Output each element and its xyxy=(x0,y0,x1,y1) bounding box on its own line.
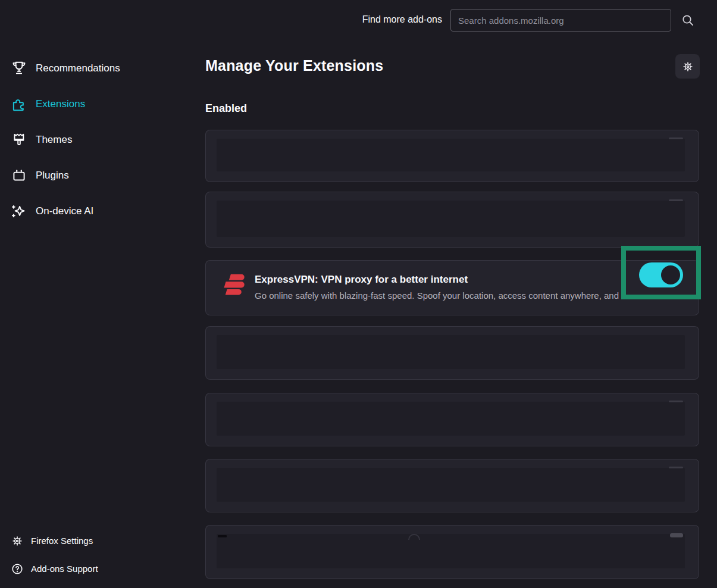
toggle-sliver xyxy=(669,199,683,201)
sidebar-item-label: Extensions xyxy=(36,98,85,110)
section-heading-enabled: Enabled xyxy=(205,102,247,115)
sparkles-icon xyxy=(11,203,27,220)
search-icon[interactable] xyxy=(681,13,695,27)
sidebar-category-list: RecommendationsExtensionsThemesPluginsOn… xyxy=(0,51,198,229)
extension-toggle[interactable] xyxy=(639,262,683,287)
trophy-icon xyxy=(11,60,27,77)
extension-card-placeholder xyxy=(205,525,699,579)
sidebar-item-on-device-ai[interactable]: On-device AI xyxy=(0,193,198,229)
redacted-card-content xyxy=(217,335,685,369)
paintbrush-icon xyxy=(11,132,27,148)
question-icon xyxy=(11,562,24,576)
extension-card-placeholder xyxy=(205,192,699,248)
sidebar-item-themes[interactable]: Themes xyxy=(0,122,198,158)
sidebar-item-label: On-device AI xyxy=(36,205,93,217)
extensions-tools-button[interactable] xyxy=(675,54,700,79)
extension-description: Go online safely with blazing-fast speed… xyxy=(255,290,629,301)
plug-icon xyxy=(11,167,27,184)
sidebar-item-label: Themes xyxy=(36,134,72,146)
redacted-card-content xyxy=(217,139,685,171)
toggle-knob xyxy=(661,265,680,284)
sidebar-item-firefox-settings[interactable]: Firefox Settings xyxy=(0,527,198,555)
redacted-card-content xyxy=(217,402,685,436)
search-input[interactable] xyxy=(450,9,671,32)
extension-card-placeholder xyxy=(205,393,699,446)
sidebar-item-label: Plugins xyxy=(36,170,69,182)
sidebar-item-addons-support[interactable]: Add-ons Support xyxy=(0,555,198,583)
extension-name[interactable]: ExpressVPN: VPN proxy for a better inter… xyxy=(255,274,468,286)
toggle-sliver xyxy=(669,137,683,139)
sidebar-footer-list: Firefox SettingsAdd-ons Support xyxy=(0,527,198,583)
sidebar-item-label: Firefox Settings xyxy=(31,536,93,546)
sidebar: RecommendationsExtensionsThemesPluginsOn… xyxy=(0,0,198,588)
sidebar-item-recommendations[interactable]: Recommendations xyxy=(0,51,198,86)
sidebar-item-label: Add-ons Support xyxy=(31,564,98,574)
gear-icon xyxy=(11,534,24,548)
expressvpn-logo xyxy=(218,270,246,298)
sidebar-item-label: Recommendations xyxy=(36,62,120,74)
sidebar-item-extensions[interactable]: Extensions xyxy=(0,86,198,122)
extension-card-placeholder xyxy=(205,326,699,380)
find-more-addons-label: Find more add-ons xyxy=(362,14,442,25)
puzzle-icon xyxy=(11,96,27,112)
redacted-card-content xyxy=(217,468,685,502)
extension-card-expressvpn: ExpressVPN: VPN proxy for a better inter… xyxy=(205,260,699,315)
page-title: Manage Your Extensions xyxy=(205,57,383,74)
extension-card-placeholder xyxy=(205,459,699,512)
toggle-sliver xyxy=(670,533,683,537)
toggle-sliver xyxy=(669,467,683,468)
extension-card-placeholder xyxy=(205,130,699,182)
redacted-card-content xyxy=(217,201,685,237)
redacted-card-content xyxy=(217,534,685,568)
icon-sliver xyxy=(218,535,227,537)
gear-icon xyxy=(681,60,694,73)
sidebar-item-plugins[interactable]: Plugins xyxy=(0,158,198,193)
toggle-sliver xyxy=(669,401,683,402)
